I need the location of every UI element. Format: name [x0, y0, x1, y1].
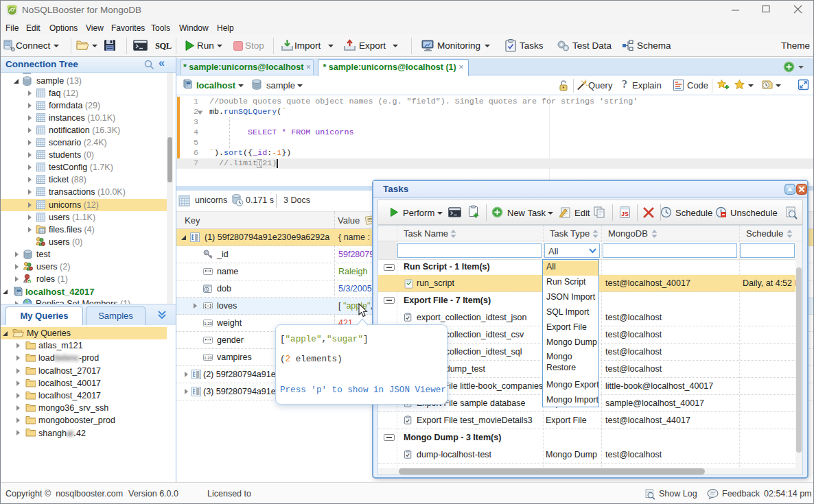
svg-text:JS: JS — [621, 211, 629, 217]
